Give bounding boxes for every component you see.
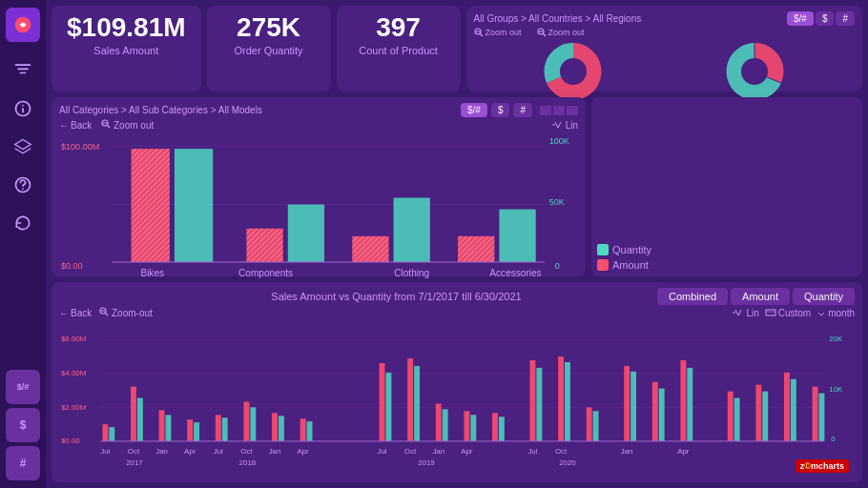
svg-rect-86 — [558, 356, 564, 441]
svg-rect-47 — [766, 310, 775, 315]
svg-text:Jan: Jan — [269, 447, 281, 456]
svg-text:$100.00M: $100.00M — [61, 142, 99, 152]
svg-rect-29 — [175, 149, 213, 262]
kpi-order-label: Order Quantity — [222, 45, 316, 56]
sidebar-item-dollar[interactable]: $ — [6, 408, 40, 442]
svg-text:10K: 10K — [829, 385, 843, 394]
svg-text:Jul: Jul — [100, 447, 110, 456]
svg-point-12 — [560, 58, 587, 85]
sidebar-item-filter[interactable] — [6, 53, 40, 88]
time-zoom-label: Zoom-out — [112, 308, 153, 318]
time-btn-amount[interactable]: Amount — [731, 288, 790, 305]
svg-text:Bikes: Bikes — [140, 268, 164, 278]
svg-rect-96 — [587, 407, 592, 441]
svg-text:2019: 2019 — [418, 458, 435, 467]
pie-zoom-out-1[interactable]: Zoom out — [474, 28, 522, 37]
bar-zoom-btn[interactable]: Zoom out — [101, 119, 154, 131]
bar-settings-icon[interactable] — [553, 106, 565, 115]
svg-rect-85 — [536, 368, 542, 441]
svg-rect-78 — [407, 358, 413, 441]
svg-text:2017: 2017 — [126, 458, 143, 467]
bar-back-btn[interactable]: ← Back — [59, 119, 92, 131]
legend-quantity: Quantity — [597, 244, 651, 255]
sidebar-item-hash[interactable]: # — [6, 446, 40, 480]
sidebar: $/# $ # — [0, 0, 46, 488]
time-chart-controls-right: Lin Custom month — [732, 308, 855, 318]
svg-text:Oct: Oct — [404, 447, 417, 456]
svg-text:Oct: Oct — [128, 447, 140, 456]
svg-text:$2.00M: $2.00M — [61, 403, 86, 412]
pie-btn-dollar[interactable]: $ — [816, 11, 835, 26]
svg-rect-67 — [194, 422, 199, 441]
middle-row: All Categories > All Sub Categories > Al… — [52, 97, 862, 276]
pie-zoom-label-1: Zoom out — [486, 28, 522, 37]
sidebar-item-info[interactable] — [6, 92, 40, 126]
kpi-order-value: 275K — [222, 13, 316, 43]
svg-rect-32 — [352, 236, 388, 262]
svg-text:Oct: Oct — [240, 447, 253, 456]
time-custom-btn[interactable]: Custom — [765, 308, 811, 318]
svg-rect-90 — [680, 360, 686, 441]
svg-rect-69 — [222, 417, 228, 441]
svg-rect-35 — [499, 210, 535, 262]
svg-text:$6.00M: $6.00M — [61, 335, 86, 343]
sidebar-item-dollar-hash[interactable]: $/# — [6, 370, 40, 404]
svg-rect-63 — [137, 398, 143, 441]
time-chart-subheader: ← Back Zoom-out Lin Custom — [59, 307, 855, 318]
bar-export-icon[interactable] — [567, 106, 578, 115]
svg-rect-28 — [132, 149, 170, 262]
svg-rect-91 — [687, 368, 692, 441]
svg-point-5 — [22, 188, 24, 190]
svg-rect-79 — [414, 366, 420, 441]
svg-text:100K: 100K — [549, 136, 569, 146]
bar-filter-icon[interactable] — [540, 106, 551, 115]
svg-text:Apr: Apr — [184, 447, 196, 456]
sidebar-item-logo[interactable] — [6, 8, 40, 42]
sidebar-item-help[interactable] — [6, 168, 40, 202]
pie-btn-dollar-hash[interactable]: $/# — [787, 11, 814, 26]
svg-rect-104 — [813, 387, 818, 441]
svg-text:2020: 2020 — [559, 458, 576, 467]
svg-rect-100 — [755, 385, 761, 441]
svg-rect-95 — [499, 417, 505, 441]
svg-text:Jan: Jan — [155, 447, 168, 456]
svg-rect-33 — [394, 198, 430, 262]
time-btn-quantity[interactable]: Quantity — [793, 288, 855, 305]
bar-back-label: Back — [71, 120, 92, 131]
bar-panel-controls: $/# $ # — [461, 103, 578, 117]
time-zoom-btn[interactable]: Zoom-out — [99, 307, 153, 318]
svg-rect-80 — [436, 403, 442, 440]
bar-chart-panel: All Categories > All Sub Categories > Al… — [52, 97, 586, 276]
time-chart-controls-left: ← Back Zoom-out — [59, 307, 153, 318]
bar-btn-dollar[interactable]: $ — [491, 103, 510, 117]
sidebar-item-refresh[interactable] — [6, 206, 40, 240]
sidebar-item-layers[interactable] — [6, 130, 40, 164]
svg-text:0: 0 — [831, 435, 836, 443]
svg-rect-88 — [624, 366, 630, 441]
svg-rect-82 — [464, 411, 469, 441]
time-back-label: Back — [71, 308, 92, 318]
middle-right-panel: Quantity Amount — [591, 97, 862, 276]
top-row: $109.81M Sales Amount 275K Order Quantit… — [52, 6, 862, 92]
time-back-btn[interactable]: ← Back — [59, 307, 92, 318]
pie-zoom-out-2[interactable]: Zoom out — [537, 28, 585, 37]
pie-zoom-row: Zoom out Zoom out — [474, 28, 855, 37]
svg-rect-84 — [529, 360, 535, 441]
svg-text:$4.00M: $4.00M — [61, 369, 86, 377]
svg-text:$0.00: $0.00 — [61, 437, 80, 445]
svg-line-17 — [108, 126, 111, 129]
bar-chart-svg: $100.00M $0.00 100K 50K 0 — [59, 132, 578, 281]
kpi-sales-amount: $109.81M Sales Amount — [52, 6, 201, 92]
bar-btn-dollar-hash[interactable]: $/# — [461, 103, 487, 117]
svg-line-7 — [480, 34, 483, 37]
bar-btn-hash[interactable]: # — [513, 103, 532, 117]
bar-lin-indicator: Lin — [551, 120, 578, 131]
zoomcharts-logo: z©mcharts — [796, 459, 849, 473]
kpi-count-label: Count of Product — [352, 45, 445, 56]
svg-rect-99 — [659, 389, 665, 441]
svg-text:Jan: Jan — [432, 447, 444, 456]
time-month-btn[interactable]: month — [816, 308, 855, 318]
time-btn-combined[interactable]: Combined — [657, 288, 728, 305]
pie-btn-hash[interactable]: # — [836, 11, 855, 26]
time-month-label: month — [828, 308, 855, 318]
